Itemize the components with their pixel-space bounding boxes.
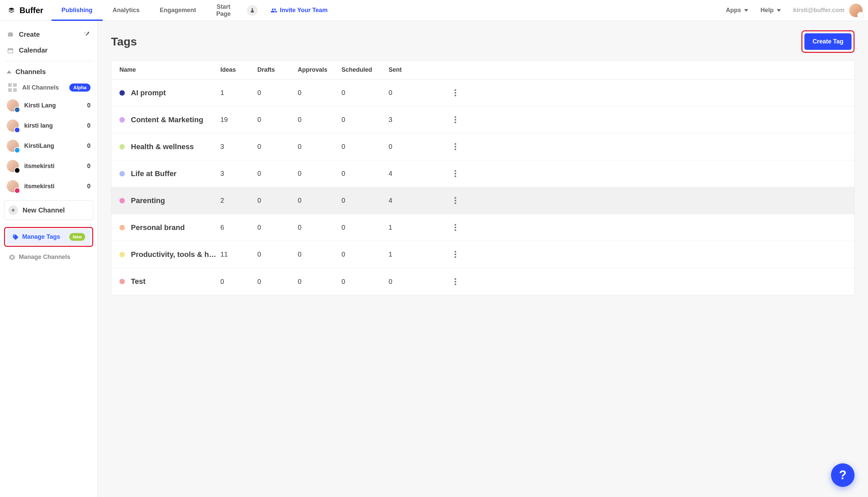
tag-color-dot — [119, 252, 125, 257]
grid-icon — [8, 83, 17, 92]
table-row[interactable]: Health & wellness 3 0 0 0 0 — [112, 133, 854, 160]
tag-name: Test — [131, 277, 146, 286]
channels-toggle[interactable]: Channels — [3, 64, 94, 80]
approvals-cell: 0 — [298, 251, 341, 258]
buffer-icon — [8, 7, 17, 14]
sent-cell: 1 — [388, 224, 432, 231]
top-nav: Buffer Publishing Analytics Engagement S… — [0, 0, 868, 21]
ideas-cell: 2 — [220, 197, 258, 204]
kebab-menu[interactable] — [451, 224, 459, 232]
sidebar-create-label: Create — [19, 31, 79, 38]
channel-item[interactable]: KirstiLang 0 — [3, 136, 94, 156]
page-header: Tags Create Tag — [111, 30, 855, 53]
manage-channels-button[interactable]: Manage Channels — [3, 250, 94, 265]
tag-name: Health & wellness — [131, 142, 194, 151]
table-body: AI prompt 1 0 0 0 0 Content & Marketing … — [112, 80, 854, 295]
apps-menu[interactable]: Apps — [726, 7, 748, 14]
sidebar-divider — [4, 61, 93, 61]
row-actions — [432, 143, 459, 151]
name-cell: Test — [119, 277, 220, 286]
channel-count: 0 — [87, 162, 90, 170]
user-avatar-menu[interactable] — [849, 4, 863, 17]
kebab-menu[interactable] — [451, 143, 459, 151]
table-row[interactable]: Content & Marketing 19 0 0 0 3 — [112, 106, 854, 133]
kebab-menu[interactable] — [451, 170, 459, 178]
col-drafts: Drafts — [258, 66, 298, 73]
sent-cell: 4 — [388, 197, 432, 204]
invite-team-link[interactable]: Invite Your Team — [270, 7, 328, 14]
kebab-menu[interactable] — [451, 89, 459, 97]
channel-item[interactable]: kirsti lang 0 — [3, 115, 94, 136]
kebab-menu[interactable] — [451, 197, 459, 205]
name-cell: Personal brand — [119, 223, 220, 232]
channel-network-badge — [14, 127, 20, 133]
approvals-cell: 0 — [298, 224, 341, 231]
approvals-cell: 0 — [298, 89, 341, 97]
tab-analytics[interactable]: Analytics — [103, 0, 150, 20]
name-cell: AI prompt — [119, 88, 220, 97]
alpha-badge: Alpha — [69, 84, 90, 91]
new-channel-button[interactable]: + New Channel — [4, 200, 93, 220]
user-email: kirsti@buffer.com — [793, 7, 844, 14]
scheduled-cell: 0 — [341, 143, 388, 151]
channel-item[interactable]: itsmekirsti 0 — [3, 156, 94, 176]
create-tag-button[interactable]: Create Tag — [805, 33, 852, 50]
ideas-cell: 0 — [220, 278, 258, 286]
table-row[interactable]: Productivity, tools & hac… 11 0 0 0 1 — [112, 241, 854, 268]
drafts-cell: 0 — [258, 278, 298, 286]
sidebar-calendar[interactable]: Calendar — [3, 42, 94, 58]
help-menu[interactable]: Help — [760, 7, 781, 14]
plus-icon: + — [9, 205, 18, 215]
ideas-cell: 19 — [220, 116, 258, 124]
sent-cell: 0 — [388, 89, 432, 97]
main-content: Tags Create Tag Name Ideas Drafts Approv… — [98, 21, 868, 497]
new-channel-label: New Channel — [23, 207, 65, 214]
approvals-cell: 0 — [298, 116, 341, 124]
kebab-menu[interactable] — [451, 278, 459, 286]
kebab-menu[interactable] — [451, 251, 459, 259]
gear-icon — [9, 254, 15, 261]
help-fab[interactable]: ? — [831, 463, 855, 487]
sent-cell: 4 — [388, 170, 432, 178]
brand-name: Buffer — [19, 6, 43, 15]
sidebar-create[interactable]: Create — [3, 26, 94, 42]
tag-name: Parenting — [131, 196, 165, 205]
row-actions — [432, 116, 459, 124]
channel-network-badge — [14, 147, 20, 153]
drafts-cell: 0 — [258, 170, 298, 178]
scheduled-cell: 0 — [341, 170, 388, 178]
row-actions — [432, 224, 459, 232]
new-badge: New — [69, 233, 85, 241]
tab-engagement[interactable]: Engagement — [150, 0, 206, 20]
table-row[interactable]: Parenting 2 0 0 0 4 — [112, 187, 854, 214]
magic-wand-icon[interactable] — [84, 30, 90, 38]
approvals-cell: 0 — [298, 143, 341, 151]
brand-logo[interactable]: Buffer — [8, 6, 43, 15]
tag-color-dot — [119, 117, 125, 123]
row-actions — [432, 170, 459, 178]
channel-name: itsmekirsti — [24, 183, 87, 190]
table-row[interactable]: Personal brand 6 0 0 0 1 — [112, 214, 854, 241]
highlight-create-tag: Create Tag — [801, 30, 855, 53]
table-row[interactable]: Life at Buffer 3 0 0 0 4 — [112, 160, 854, 187]
channel-item[interactable]: Kirsti Lang 0 — [3, 95, 94, 115]
drafts-cell: 0 — [258, 116, 298, 124]
tag-color-dot — [119, 90, 125, 96]
manage-tags-button[interactable]: Manage Tags New — [7, 229, 90, 245]
tab-startpage[interactable]: Start Page — [206, 0, 241, 20]
channel-item[interactable]: itsmekirsti 0 — [3, 176, 94, 196]
tag-color-dot — [119, 198, 125, 203]
tag-name: AI prompt — [131, 88, 166, 97]
approvals-cell: 0 — [298, 197, 341, 204]
tag-icon — [12, 234, 19, 240]
channel-avatar — [7, 160, 19, 172]
col-approvals: Approvals — [298, 66, 341, 73]
kebab-menu[interactable] — [451, 116, 459, 124]
tab-publishing[interactable]: Publishing — [52, 0, 103, 20]
labs-button[interactable] — [247, 5, 258, 16]
all-channels[interactable]: All Channels Alpha — [3, 80, 94, 95]
scheduled-cell: 0 — [341, 251, 388, 258]
question-icon: ? — [839, 468, 847, 482]
table-row[interactable]: Test 0 0 0 0 0 — [112, 268, 854, 295]
table-row[interactable]: AI prompt 1 0 0 0 0 — [112, 80, 854, 106]
